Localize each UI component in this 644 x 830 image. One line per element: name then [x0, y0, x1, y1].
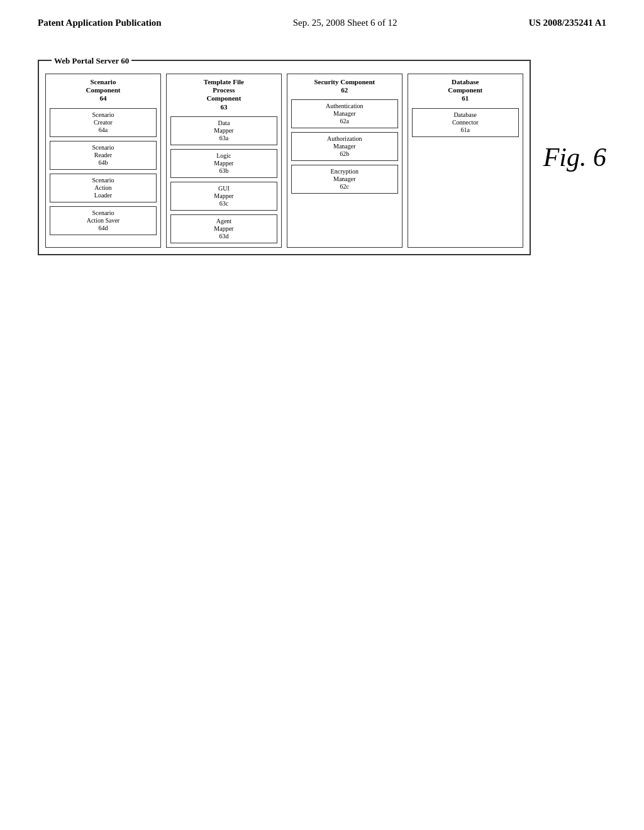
- diagram-area: Web Portal Server 60 ScenarioComponent64…: [38, 60, 531, 255]
- server-inner: ScenarioComponent64 ScenarioCreator64a S…: [45, 74, 523, 248]
- fig-area: Fig. 6: [531, 60, 606, 255]
- header-date-sheet: Sep. 25, 2008 Sheet 6 of 12: [293, 18, 397, 28]
- main-content: Web Portal Server 60 ScenarioComponent64…: [0, 41, 644, 274]
- page-header: Patent Application Publication Sep. 25, …: [0, 0, 644, 41]
- authorization-manager-box: AuthorizationManager62b: [291, 132, 398, 161]
- security-title: Security Component62: [291, 78, 398, 94]
- logic-mapper-box: LogicMapper63b: [170, 149, 277, 178]
- server-box: Web Portal Server 60 ScenarioComponent64…: [38, 60, 531, 255]
- scenario-action-saver-box: ScenarioAction Saver64d: [50, 206, 157, 235]
- database-title: DatabaseComponent61: [412, 78, 519, 103]
- scenario-creator-box: ScenarioCreator64a: [50, 108, 157, 137]
- header-publication: Patent Application Publication: [38, 18, 162, 28]
- server-label: Web Portal Server 60: [52, 56, 131, 66]
- scenario-reader-box: ScenarioReader64b: [50, 141, 157, 170]
- gui-mapper-box: GUIMapper63c: [170, 182, 277, 211]
- template-title: Template FileProcessComponent63: [170, 78, 277, 111]
- scenario-action-loader-box: ScenarioActionLoader: [50, 174, 157, 202]
- auth-manager-box: AuthenticationManager62a: [291, 99, 398, 128]
- header-patent-number: US 2008/235241 A1: [529, 18, 606, 28]
- agent-mapper-box: AgentMapper63d: [170, 214, 277, 243]
- scenario-title: ScenarioComponent64: [50, 78, 157, 103]
- data-mapper-box: DataMapper63a: [170, 116, 277, 145]
- database-connector-box: DatabaseConnector61a: [412, 108, 519, 137]
- security-col: Security Component62 AuthenticationManag…: [287, 74, 402, 248]
- database-col: DatabaseComponent61 DatabaseConnector61a: [408, 74, 523, 248]
- template-col: Template FileProcessComponent63 DataMapp…: [166, 74, 282, 248]
- encryption-manager-box: EncryptionManager62c: [291, 165, 398, 194]
- scenario-col: ScenarioComponent64 ScenarioCreator64a S…: [45, 74, 161, 248]
- fig-label: Fig. 6: [543, 142, 606, 172]
